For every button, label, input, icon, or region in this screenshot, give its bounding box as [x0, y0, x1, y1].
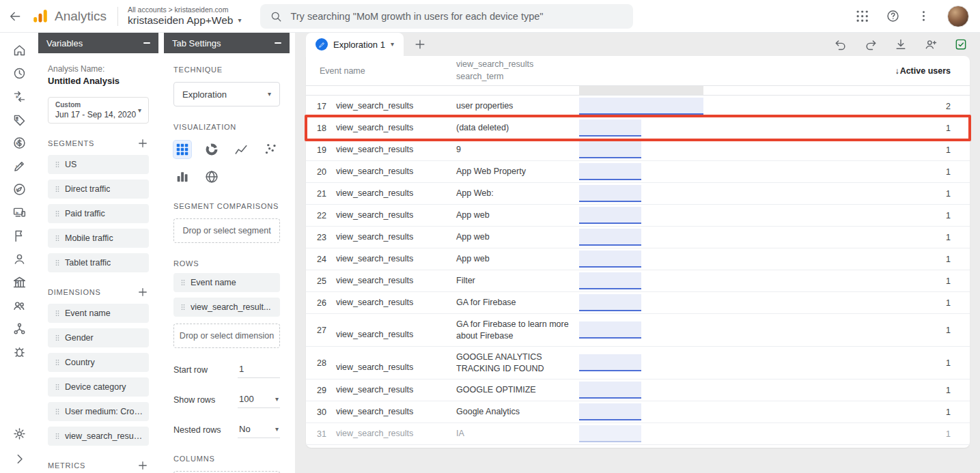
search-input[interactable]: [290, 11, 624, 22]
nav-library-button[interactable]: ▸: [12, 270, 27, 293]
nav-devices-button[interactable]: ▸: [12, 201, 27, 224]
expand-arrow-icon[interactable]: ▸: [16, 210, 19, 216]
undo-button[interactable]: [834, 38, 848, 51]
avatar[interactable]: [947, 5, 969, 27]
table-row[interactable]: 25view_search_resultsFilter1: [306, 270, 970, 292]
table-row[interactable]: 26view_search_resultsGA for Firebase1: [306, 292, 970, 314]
expand-arrow-icon[interactable]: ▸: [16, 186, 19, 192]
nav-history-button[interactable]: [12, 61, 27, 85]
brand[interactable]: Analytics: [30, 8, 117, 25]
nested-rows-select[interactable]: No▾: [238, 422, 280, 438]
nav-home-button[interactable]: [12, 38, 27, 61]
table-row[interactable]: 27view_search_resultsGA for Firebase to …: [306, 314, 970, 347]
table-row[interactable]: 21view_search_resultsApp Web:1: [306, 183, 970, 205]
expand-arrow-icon[interactable]: ▸: [16, 94, 19, 100]
task-check-button[interactable]: [954, 38, 968, 51]
viz-geo-button[interactable]: [203, 168, 221, 186]
nav-attribution-button[interactable]: [12, 317, 27, 340]
table-row[interactable]: 30view_search_resultsGoogle Analytics1: [306, 401, 970, 423]
date-range-picker[interactable]: Custom Jun 17 - Sep 14, 2020 ▾: [48, 97, 149, 124]
dimension-chip[interactable]: view_search_result...: [48, 427, 149, 446]
segment-drop-zone[interactable]: Drop or select segment: [173, 218, 280, 243]
dimension-chip[interactable]: Device category: [48, 377, 149, 397]
analysis-name-value[interactable]: Untitled Analysis: [48, 76, 149, 86]
nav-debug-button[interactable]: [12, 340, 27, 363]
segment-chip[interactable]: Mobile traffic: [48, 229, 149, 248]
dimension-chip[interactable]: Country: [48, 353, 149, 372]
nav-audiences-button[interactable]: [12, 293, 27, 317]
add-segment-button[interactable]: [137, 137, 149, 149]
nav-flow-button[interactable]: ▸: [12, 85, 27, 108]
tab-bar: Exploration 1 ▾: [295, 33, 980, 56]
grip-icon: [53, 383, 61, 391]
table-row[interactable]: 28view_search_resultsGOOGLE ANALYTICS TR…: [306, 347, 970, 379]
technique-select[interactable]: Exploration ▾: [173, 82, 280, 106]
column-header-event-name[interactable]: Event name: [320, 66, 456, 76]
cell-event-name: view_search_results: [336, 210, 456, 221]
table-row[interactable]: 29view_search_resultsGOOGLE OPTIMIZE1: [306, 379, 970, 401]
nav-user-button[interactable]: [12, 247, 27, 270]
more-vert-icon[interactable]: [916, 9, 931, 23]
dimension-chip[interactable]: Event name: [48, 304, 149, 323]
table-row[interactable]: 24view_search_resultsApp web1: [306, 248, 970, 270]
redo-button[interactable]: [864, 38, 878, 51]
minimize-icon[interactable]: [275, 42, 281, 44]
nav-tag-button[interactable]: ▸: [12, 108, 27, 131]
nav-flag-button[interactable]: [12, 224, 27, 247]
expand-arrow-icon[interactable]: ▸: [16, 140, 19, 146]
download-button[interactable]: [894, 38, 908, 51]
expand-arrow-icon[interactable]: ▸: [16, 163, 19, 169]
dimension-chip[interactable]: User medium: Cros...: [48, 402, 149, 421]
search-bar[interactable]: [260, 4, 633, 29]
segment-chip[interactable]: Paid traffic: [48, 204, 149, 223]
table-header: Event name view_search_results search_te…: [306, 56, 970, 86]
share-users-button[interactable]: [924, 38, 938, 51]
value-bar: [579, 229, 641, 246]
minimize-icon[interactable]: [143, 42, 150, 44]
table-row[interactable]: 19view_search_results91: [306, 139, 970, 161]
table-row[interactable]: 31view_search_resultsIA1: [306, 423, 970, 445]
settings-gear-icon[interactable]: [12, 427, 27, 441]
nav-edit-button[interactable]: ▸: [12, 154, 27, 177]
search-icon: [270, 10, 282, 23]
viz-donut-button[interactable]: [203, 141, 221, 158]
expand-arrow-icon[interactable]: ▸: [16, 117, 19, 123]
show-rows-select[interactable]: 100▾: [238, 392, 280, 408]
dimension-chip[interactable]: Gender: [48, 328, 149, 347]
apps-grid-icon[interactable]: [855, 9, 869, 23]
viz-scatter-button[interactable]: [262, 141, 279, 158]
account-switcher[interactable]: All accounts > kristaseiden.com kristase…: [128, 5, 241, 27]
start-row-input[interactable]: 1: [238, 362, 280, 378]
tab-exploration-1[interactable]: Exploration 1 ▾: [306, 33, 404, 56]
table-row[interactable]: 18view_search_results(data deleted)1: [306, 117, 970, 139]
viz-table-button[interactable]: [173, 141, 191, 158]
back-button[interactable]: [0, 0, 30, 33]
date-range-value: Jun 17 - Sep 14, 2020: [55, 110, 136, 119]
add-dimension-button[interactable]: [137, 286, 149, 298]
segment-chip[interactable]: Tablet traffic: [48, 253, 149, 272]
table-row[interactable]: 17view_search_resultsuser properties2: [306, 96, 970, 117]
row-dimension-drop-zone[interactable]: Drop or select dimension: [173, 324, 280, 348]
segment-chip[interactable]: Direct traffic: [48, 180, 149, 199]
visualization-list: [173, 141, 283, 186]
table-row[interactable]: 23view_search_resultsApp web1: [306, 227, 970, 248]
nav-monetization-button[interactable]: ▸: [12, 131, 27, 154]
viz-line-button[interactable]: [232, 141, 250, 158]
table-row[interactable]: 20view_search_resultsApp Web Property1: [306, 161, 970, 183]
expand-nav-chevron-icon[interactable]: [12, 452, 27, 466]
table-row[interactable]: 22view_search_resultsApp web1: [306, 205, 970, 227]
add-tab-button[interactable]: [413, 38, 427, 51]
row-dimension-chip[interactable]: Event name: [173, 273, 280, 292]
table-row-partial[interactable]: [306, 86, 970, 96]
add-metric-button[interactable]: [137, 459, 149, 472]
expand-arrow-icon[interactable]: ▸: [16, 279, 19, 285]
nav-explore-button[interactable]: ▸: [12, 177, 27, 201]
help-icon[interactable]: [886, 9, 900, 23]
columns-label: COLUMNS: [173, 455, 280, 463]
row-dimension-chip[interactable]: view_search_result...: [173, 298, 280, 317]
cell-active-users: 1: [880, 407, 970, 417]
viz-bar-button[interactable]: [173, 168, 191, 186]
segment-chip[interactable]: US: [48, 155, 149, 174]
column-header-active-users[interactable]: ↓Active users: [880, 66, 970, 76]
column-header-search-term[interactable]: view_search_results search_term: [456, 59, 579, 83]
